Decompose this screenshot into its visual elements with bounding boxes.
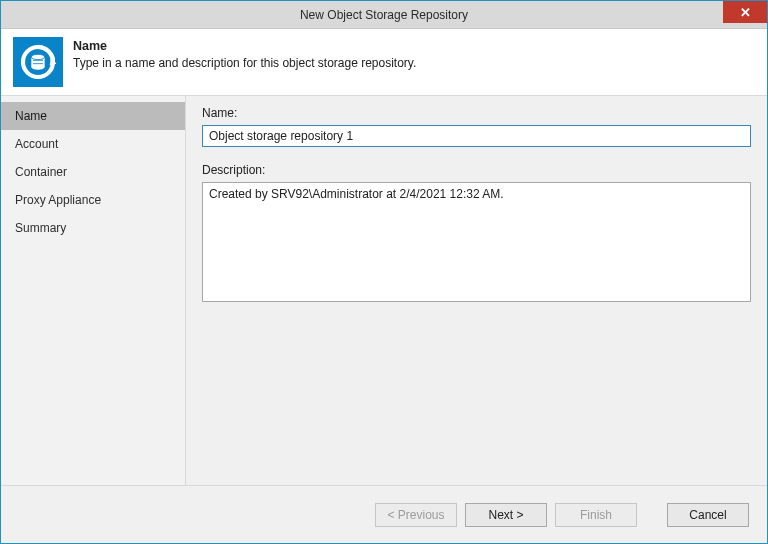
close-icon: ✕ (740, 5, 751, 20)
svg-point-4 (31, 64, 44, 69)
step-proxy-appliance[interactable]: Proxy Appliance (1, 186, 185, 214)
description-textarea[interactable] (202, 182, 751, 302)
step-name[interactable]: Name (1, 102, 185, 130)
titlebar: New Object Storage Repository ✕ (1, 1, 767, 29)
cancel-button[interactable]: Cancel (667, 503, 749, 527)
header-text: Name Type in a name and description for … (73, 37, 416, 70)
wizard-window: New Object Storage Repository ✕ Name Typ… (0, 0, 768, 544)
step-summary[interactable]: Summary (1, 214, 185, 242)
button-bar: < Previous Next > Finish Cancel (1, 485, 767, 543)
description-label: Description: (202, 163, 751, 177)
repository-icon (13, 37, 63, 87)
previous-button[interactable]: < Previous (375, 503, 457, 527)
window-title: New Object Storage Repository (300, 8, 468, 22)
wizard-content: Name: Description: (186, 96, 767, 485)
header-subtitle: Type in a name and description for this … (73, 56, 416, 70)
wizard-header: Name Type in a name and description for … (1, 29, 767, 96)
name-input[interactable] (202, 125, 751, 147)
finish-button[interactable]: Finish (555, 503, 637, 527)
name-label: Name: (202, 106, 751, 120)
step-account[interactable]: Account (1, 130, 185, 158)
wizard-sidebar: Name Account Container Proxy Appliance S… (1, 96, 186, 485)
next-button[interactable]: Next > (465, 503, 547, 527)
wizard-body: Name Account Container Proxy Appliance S… (1, 96, 767, 485)
header-title: Name (73, 39, 416, 53)
close-button[interactable]: ✕ (723, 1, 767, 23)
step-container[interactable]: Container (1, 158, 185, 186)
